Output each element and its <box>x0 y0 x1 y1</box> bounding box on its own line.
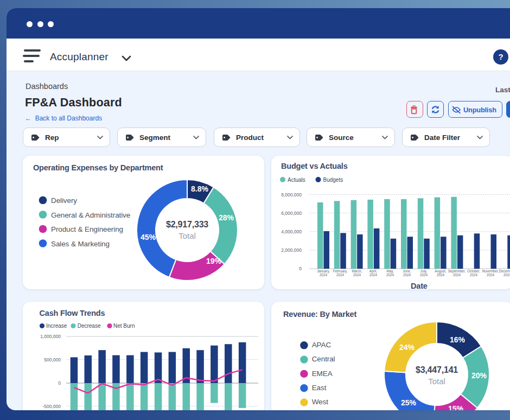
svg-text:March,: March, <box>352 269 362 273</box>
svg-text:8,000,000: 8,000,000 <box>281 192 302 198</box>
svg-text:Central: Central <box>312 355 335 363</box>
svg-text:Actuals: Actuals <box>288 177 305 183</box>
svg-text:Product & Engineering: Product & Engineering <box>51 225 123 233</box>
svg-text:0: 0 <box>58 380 61 386</box>
svg-text:October,: October, <box>467 269 480 273</box>
svg-text:APAC: APAC <box>312 341 331 349</box>
svg-text:500,000: 500,000 <box>44 357 61 362</box>
svg-text:2024: 2024 <box>437 273 445 277</box>
svg-text:General & Administrative: General & Administrative <box>51 211 130 219</box>
svg-text:-500,000: -500,000 <box>42 404 61 409</box>
svg-text:Net Burn: Net Burn <box>113 323 135 329</box>
svg-text:$2,917,333: $2,917,333 <box>166 220 208 229</box>
svg-text:Cash Flow Trends: Cash Flow Trends <box>40 309 105 317</box>
svg-text:Budget vs Actuals: Budget vs Actuals <box>281 162 348 170</box>
svg-text:4,000,000: 4,000,000 <box>281 229 302 234</box>
svg-text:25%: 25% <box>401 398 417 407</box>
svg-text:Date: Date <box>411 282 428 290</box>
svg-text:0: 0 <box>299 266 302 271</box>
svg-text:2,000,000: 2,000,000 <box>281 247 302 253</box>
svg-text:8.8%: 8.8% <box>191 184 208 193</box>
svg-text:2024: 2024 <box>320 273 328 277</box>
svg-text:2024: 2024 <box>353 273 361 277</box>
svg-text:1,000,000: 1,000,000 <box>40 334 61 339</box>
svg-text:Total: Total <box>178 231 196 240</box>
svg-text:West: West <box>312 398 328 406</box>
svg-text:20%: 20% <box>471 371 487 380</box>
svg-text:24%: 24% <box>399 343 415 352</box>
svg-text:Operating Expenses by Departme: Operating Expenses by Department <box>33 163 163 172</box>
svg-text:Total: Total <box>428 377 445 386</box>
svg-text:2024: 2024 <box>369 273 378 277</box>
svg-text:2024: 2024 <box>403 273 411 277</box>
svg-text:Delivery: Delivery <box>51 196 77 205</box>
svg-text:Decrease: Decrease <box>78 323 101 329</box>
svg-text:June,: June, <box>403 269 411 273</box>
svg-text:6,000,000: 6,000,000 <box>281 211 302 216</box>
svg-text:45%: 45% <box>141 233 156 241</box>
svg-text:East: East <box>312 384 327 392</box>
svg-text:Sales & Marketing: Sales & Marketing <box>51 240 110 248</box>
svg-text:2024: 2024 <box>487 273 495 277</box>
svg-text:$3,447,141: $3,447,141 <box>416 365 458 374</box>
svg-text:2024: 2024 <box>336 273 345 277</box>
svg-text:December,: December, <box>499 269 510 273</box>
svg-text:2024: 2024 <box>386 273 394 277</box>
svg-text:Budgets: Budgets <box>323 177 343 183</box>
svg-text:EMEA: EMEA <box>312 370 333 378</box>
svg-text:Increase: Increase <box>46 323 67 329</box>
svg-text:Revenue: By Market: Revenue: By Market <box>283 310 356 319</box>
svg-text:28%: 28% <box>219 213 234 222</box>
svg-text:2024: 2024 <box>470 273 478 277</box>
svg-text:19%: 19% <box>206 257 222 265</box>
svg-text:2024: 2024 <box>420 273 428 277</box>
svg-text:2024: 2024 <box>503 273 510 277</box>
svg-text:November,: November, <box>482 269 499 273</box>
svg-text:15%: 15% <box>448 404 464 410</box>
svg-text:2024: 2024 <box>453 273 461 277</box>
svg-text:16%: 16% <box>450 335 466 344</box>
